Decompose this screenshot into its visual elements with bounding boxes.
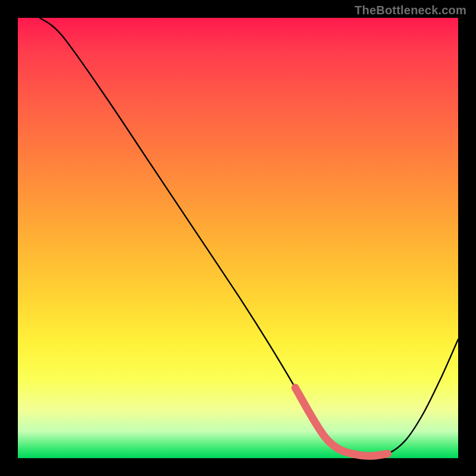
chart-frame: TheBottleneck.com: [0, 0, 476, 476]
plot-area: [18, 18, 458, 458]
watermark-text: TheBottleneck.com: [355, 4, 466, 17]
chart-svg: [18, 18, 458, 458]
series-line: [40, 18, 458, 456]
highlight-segment: [295, 388, 387, 456]
